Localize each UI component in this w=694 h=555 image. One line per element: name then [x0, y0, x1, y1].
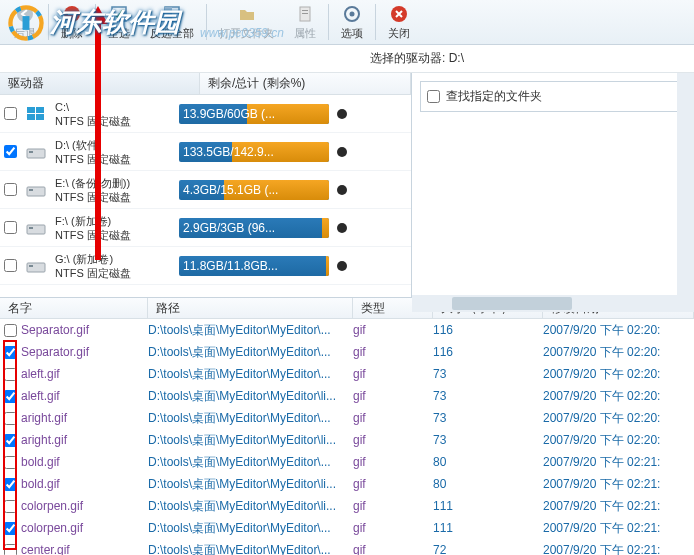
drive-letter: C:\	[55, 100, 131, 114]
file-modified: 2007/9/20 下午 02:21:	[543, 498, 694, 515]
scroll-corner	[677, 295, 694, 312]
drive-row[interactable]: C:\NTFS 固定磁盘13.9GB/60GB (...	[0, 95, 411, 133]
file-path: D:\tools\桌面\MyEditor\MyEditor\...	[148, 322, 353, 339]
file-size: 80	[433, 477, 543, 491]
file-row[interactable]: aright.gifD:\tools\桌面\MyEditor\MyEditor\…	[0, 429, 694, 451]
file-path: D:\tools\桌面\MyEditor\MyEditor\li...	[148, 498, 353, 515]
drives-panel: 驱动器 剩余/总计 (剩余%) C:\NTFS 固定磁盘13.9GB/60GB …	[0, 73, 412, 297]
drive-checkbox[interactable]	[4, 145, 17, 158]
file-type: gif	[353, 455, 433, 469]
file-row[interactable]: bold.gifD:\tools\桌面\MyEditor\MyEditor\li…	[0, 473, 694, 495]
drive-letter: G:\ (新加卷)	[55, 252, 131, 266]
file-checkbox[interactable]	[4, 434, 17, 447]
find-folder-checkbox[interactable]	[427, 90, 440, 103]
svg-rect-5	[68, 13, 76, 15]
files-col-path[interactable]: 路径	[148, 298, 353, 318]
file-type: gif	[353, 433, 433, 447]
svg-rect-18	[36, 114, 44, 120]
drive-checkbox[interactable]	[4, 183, 17, 196]
file-type: gif	[353, 389, 433, 403]
drive-row[interactable]: F:\ (新加卷)NTFS 固定磁盘2.9GB/3GB (96...	[0, 209, 411, 247]
file-path: D:\tools\桌面\MyEditor\MyEditor\...	[148, 410, 353, 427]
file-modified: 2007/9/20 下午 02:20:	[543, 366, 694, 383]
file-path: D:\tools\桌面\MyEditor\MyEditor\li...	[148, 388, 353, 405]
file-modified: 2007/9/20 下午 02:21:	[543, 454, 694, 471]
drives-col-drive[interactable]: 驱动器	[0, 73, 200, 94]
file-row[interactable]: aleft.gifD:\tools\桌面\MyEditor\MyEditor\l…	[0, 385, 694, 407]
file-modified: 2007/9/20 下午 02:21:	[543, 542, 694, 556]
file-path: D:\tools\桌面\MyEditor\MyEditor\li...	[148, 432, 353, 449]
svg-rect-24	[29, 227, 33, 229]
file-row[interactable]: bold.gifD:\tools\桌面\MyEditor\MyEditor\..…	[0, 451, 694, 473]
drive-letter: F:\ (新加卷)	[55, 214, 131, 228]
status-dot-icon	[337, 223, 347, 233]
file-checkbox[interactable]	[4, 346, 17, 359]
select-all-button[interactable]: 全选	[98, 2, 140, 43]
drive-fs: NTFS 固定磁盘	[55, 190, 131, 204]
drives-list: C:\NTFS 固定磁盘13.9GB/60GB (...D:\ (软件)NTFS…	[0, 95, 411, 285]
files-col-name[interactable]: 名字	[0, 298, 148, 318]
file-row[interactable]: center.gifD:\tools\桌面\MyEditor\MyEditor\…	[0, 539, 694, 555]
selected-drive-label: 选择的驱动器: D:\	[0, 45, 694, 73]
drive-checkbox[interactable]	[4, 221, 17, 234]
file-checkbox[interactable]	[4, 500, 17, 513]
h-scrollbar[interactable]	[412, 295, 677, 312]
file-size: 73	[433, 433, 543, 447]
svg-rect-19	[27, 149, 45, 158]
file-row[interactable]: aleft.gifD:\tools\桌面\MyEditor\MyEditor\.…	[0, 363, 694, 385]
svg-point-3	[17, 6, 33, 22]
drive-icon	[23, 255, 49, 277]
file-checkbox[interactable]	[4, 324, 17, 337]
file-checkbox[interactable]	[4, 544, 17, 556]
drive-icon	[23, 179, 49, 201]
file-modified: 2007/9/20 下午 02:21:	[543, 476, 694, 493]
file-checkbox[interactable]	[4, 522, 17, 535]
file-type: gif	[353, 323, 433, 337]
status-dot-icon	[337, 261, 347, 271]
file-checkbox[interactable]	[4, 456, 17, 469]
options-button[interactable]: 选项	[331, 2, 373, 43]
file-row[interactable]: aright.gifD:\tools\桌面\MyEditor\MyEditor\…	[0, 407, 694, 429]
drive-checkbox[interactable]	[4, 259, 17, 272]
drive-usage-bar: 4.3GB/15.1GB (...	[179, 180, 329, 200]
file-checkbox[interactable]	[4, 390, 17, 403]
drive-row[interactable]: E:\ (备份(勿删))NTFS 固定磁盘4.3GB/15.1GB (...	[0, 171, 411, 209]
drive-fs: NTFS 固定磁盘	[55, 266, 131, 280]
right-panel: 查找指定的文件夹	[412, 73, 694, 297]
file-row[interactable]: Separator.gifD:\tools\桌面\MyEditor\MyEdit…	[0, 319, 694, 341]
properties-button[interactable]: 属性	[284, 2, 326, 43]
drive-row[interactable]: D:\ (软件)NTFS 固定磁盘133.5GB/142.9...	[0, 133, 411, 171]
file-checkbox[interactable]	[4, 478, 17, 491]
svg-rect-20	[29, 151, 33, 153]
file-row[interactable]: Separator.gifD:\tools\桌面\MyEditor\MyEdit…	[0, 341, 694, 363]
file-size: 73	[433, 411, 543, 425]
file-path: D:\tools\桌面\MyEditor\MyEditor\...	[148, 366, 353, 383]
svg-rect-17	[27, 114, 35, 120]
v-scrollbar[interactable]	[677, 73, 694, 295]
file-row[interactable]: colorpen.gifD:\tools\桌面\MyEditor\MyEdito…	[0, 517, 694, 539]
invert-select-button[interactable]: 反选全部	[140, 2, 204, 43]
close-button[interactable]: 关闭	[378, 2, 420, 43]
drive-fs: NTFS 固定磁盘	[55, 114, 131, 128]
folder-open-icon	[237, 4, 257, 24]
file-size: 116	[433, 323, 543, 337]
file-size: 111	[433, 499, 543, 513]
back-button[interactable]: 后退	[4, 2, 46, 43]
svg-rect-10	[302, 10, 308, 11]
delete-button[interactable]: 删除	[51, 2, 93, 43]
file-size: 72	[433, 543, 543, 555]
svg-rect-26	[29, 265, 33, 267]
file-name: aright.gif	[21, 433, 67, 447]
file-type: gif	[353, 543, 433, 555]
file-row[interactable]: colorpen.gifD:\tools\桌面\MyEditor\MyEdito…	[0, 495, 694, 517]
svg-rect-22	[29, 189, 33, 191]
file-checkbox[interactable]	[4, 412, 17, 425]
drives-col-free[interactable]: 剩余/总计 (剩余%)	[200, 73, 411, 94]
files-list: Separator.gifD:\tools\桌面\MyEditor\MyEdit…	[0, 319, 694, 555]
file-checkbox[interactable]	[4, 368, 17, 381]
file-name: aright.gif	[21, 411, 67, 425]
drive-row[interactable]: G:\ (新加卷)NTFS 固定磁盘11.8GB/11.8GB...	[0, 247, 411, 285]
select-all-icon	[109, 4, 129, 24]
open-folder-button[interactable]: 打开文件夹	[209, 2, 284, 43]
drive-checkbox[interactable]	[4, 107, 17, 120]
